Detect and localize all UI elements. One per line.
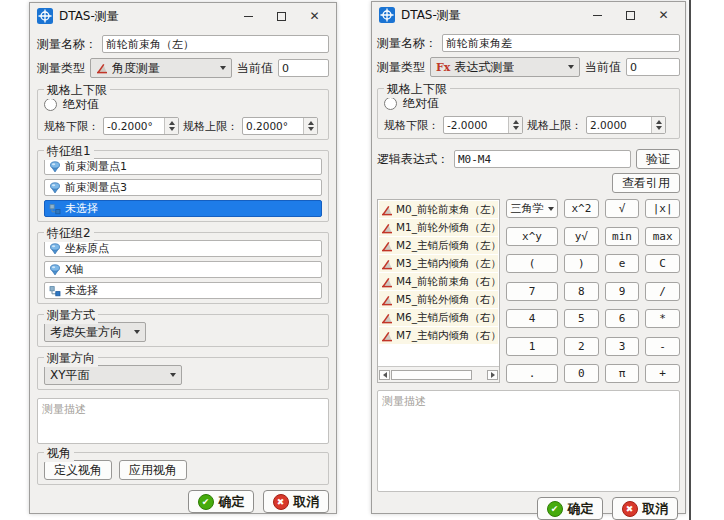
lower-limit-spinner[interactable]: -0.2000°: [103, 117, 179, 135]
calc-key-7[interactable]: 7: [506, 282, 558, 301]
measure-description-textarea[interactable]: [377, 390, 680, 492]
measurement-item[interactable]: M1_前轮外倾角（左）: [379, 219, 498, 236]
calc-key-square[interactable]: x^2: [564, 199, 599, 218]
measure-method-group: 测量方式 考虑矢量方向: [37, 314, 329, 347]
feature-group-1: 特征组1 前束测量点1 前束测量点3 未选择: [37, 150, 329, 222]
scroll-right-icon[interactable]: [487, 370, 498, 380]
feature-item[interactable]: 前束测量点3: [44, 179, 322, 196]
horizontal-scrollbar[interactable]: [378, 366, 499, 382]
measure-method-dropdown[interactable]: 考虑矢量方向: [44, 322, 146, 342]
calc-key-4[interactable]: 4: [506, 309, 558, 328]
maximize-button[interactable]: [614, 4, 647, 26]
calc-key-e[interactable]: e: [605, 254, 640, 273]
spinner-arrows-icon[interactable]: [651, 117, 665, 133]
current-value-input[interactable]: [278, 59, 329, 77]
spec-limits-group: 规格上下限 绝对值 规格下限： -2.0000 规格上限： 2.0000: [377, 88, 680, 139]
lower-limit-spinner[interactable]: -2.0000: [443, 116, 523, 134]
angle-measure-icon: [381, 276, 393, 288]
calc-key-decimal[interactable]: .: [506, 364, 558, 383]
upper-limit-spinner[interactable]: 0.2000°: [242, 117, 318, 135]
feature-group-2: 特征组2 坐标原点 X轴 未选择: [37, 232, 329, 304]
calc-key-yroot[interactable]: y√: [564, 227, 599, 246]
calc-key-9[interactable]: 9: [605, 282, 640, 301]
validate-button[interactable]: 验证: [636, 149, 680, 169]
trig-functions-dropdown[interactable]: 三角学: [506, 199, 558, 218]
feature-item-selected[interactable]: 未选择: [44, 200, 322, 217]
minimize-button[interactable]: [232, 5, 265, 27]
angle-measure-icon: [381, 240, 393, 252]
calc-key-6[interactable]: 6: [605, 309, 640, 328]
calc-key-clear[interactable]: C: [645, 254, 680, 273]
close-button[interactable]: ✕: [298, 5, 331, 27]
measurement-item[interactable]: M3_主销内倾角（左）: [379, 255, 498, 272]
ok-button[interactable]: ✔ 确定: [537, 497, 603, 520]
measure-description-textarea[interactable]: [37, 398, 329, 444]
measurement-list: M0_前轮前束角（左） M1_前轮外倾角（左） M2_主销后倾角（左） M3_主…: [377, 199, 500, 383]
cancel-button[interactable]: ✖ 取消: [612, 497, 678, 520]
calc-key-pow[interactable]: x^y: [506, 227, 558, 246]
titlebar[interactable]: DTAS-测量 ✕: [30, 3, 336, 29]
measure-direction-dropdown[interactable]: XY平面: [44, 365, 182, 385]
cancel-button[interactable]: ✖ 取消: [263, 490, 329, 513]
calc-key-1[interactable]: 1: [506, 337, 558, 356]
ok-button[interactable]: ✔ 确定: [188, 490, 254, 513]
measurement-item[interactable]: M4_前轮前束角（右）: [379, 273, 498, 290]
scroll-left-icon[interactable]: [379, 370, 390, 380]
measurement-item[interactable]: M7_主销内倾角（右）: [379, 327, 498, 344]
chevron-down-icon: [134, 330, 140, 334]
expression-input[interactable]: [454, 150, 631, 168]
calc-key-add[interactable]: +: [645, 364, 680, 383]
define-view-button[interactable]: 定义视角: [44, 460, 112, 480]
calc-key-multiply[interactable]: *: [645, 309, 680, 328]
window-title: DTAS-测量: [401, 7, 461, 24]
measurement-item[interactable]: M0_前轮前束角（左）: [379, 201, 498, 218]
spinner-arrows-icon[interactable]: [303, 118, 317, 134]
calc-key-divide[interactable]: /: [645, 282, 680, 301]
calc-key-0[interactable]: 0: [564, 364, 599, 383]
apply-view-button[interactable]: 应用视角: [119, 460, 187, 480]
view-reference-button[interactable]: 查看引用: [612, 173, 680, 193]
angle-measure-icon: [381, 222, 393, 234]
expression-fx-icon: Fx: [436, 61, 450, 74]
minimize-button[interactable]: [581, 4, 614, 26]
point-feature-icon: [49, 161, 61, 173]
feature-item[interactable]: X轴: [44, 261, 322, 278]
titlebar[interactable]: DTAS-测量 ✕: [372, 2, 685, 28]
maximize-button[interactable]: [265, 5, 298, 27]
measurement-item[interactable]: M6_主销后倾角（右）: [379, 309, 498, 326]
calc-key-min[interactable]: min: [605, 227, 640, 246]
maximize-icon: [277, 12, 286, 21]
scrollbar-thumb[interactable]: [391, 370, 472, 380]
measure-type-dropdown[interactable]: Fx 表达式测量: [430, 57, 580, 77]
measurement-item[interactable]: M2_主销后倾角（左）: [379, 237, 498, 254]
calc-key-max[interactable]: max: [645, 227, 680, 246]
feature-item[interactable]: 坐标原点: [44, 240, 322, 257]
window-title: DTAS-测量: [59, 8, 119, 25]
measure-type-dropdown[interactable]: 角度测量: [90, 58, 232, 78]
calc-key-pi[interactable]: π: [605, 364, 640, 383]
close-button[interactable]: ✕: [647, 4, 680, 26]
spinner-arrows-icon[interactable]: [164, 118, 178, 134]
calc-key-sqrt[interactable]: √: [605, 199, 640, 218]
current-value-input[interactable]: [626, 58, 680, 76]
measure-name-input[interactable]: [442, 34, 680, 52]
absolute-value-radio[interactable]: [384, 97, 397, 110]
absolute-value-radio[interactable]: [44, 98, 57, 111]
measure-name-input[interactable]: [102, 35, 329, 53]
spinner-arrows-icon[interactable]: [508, 117, 522, 133]
calc-key-5[interactable]: 5: [564, 309, 599, 328]
calc-key-3[interactable]: 3: [605, 337, 640, 356]
upper-limit-spinner[interactable]: 2.0000: [586, 116, 666, 134]
spec-limits-group: 规格上下限 绝对值 规格下限： -0.2000° 规格上限： 0.2000°: [37, 89, 329, 140]
upper-limit-label: 规格上限：: [527, 118, 582, 133]
calc-key-abs[interactable]: |x|: [645, 199, 680, 218]
calc-key-close-paren[interactable]: ): [564, 254, 599, 273]
measure-dialog-angle: DTAS-测量 ✕ 测量名称： 测量类型 角度测量 当前值 规格上下限: [29, 2, 337, 514]
feature-item[interactable]: 前束测量点1: [44, 158, 322, 175]
feature-item[interactable]: 未选择: [44, 282, 322, 299]
calc-key-subtract[interactable]: -: [645, 337, 680, 356]
calc-key-8[interactable]: 8: [564, 282, 599, 301]
calc-key-2[interactable]: 2: [564, 337, 599, 356]
measurement-item[interactable]: M5_前轮外倾角（右）: [379, 291, 498, 308]
calc-key-open-paren[interactable]: (: [506, 254, 558, 273]
